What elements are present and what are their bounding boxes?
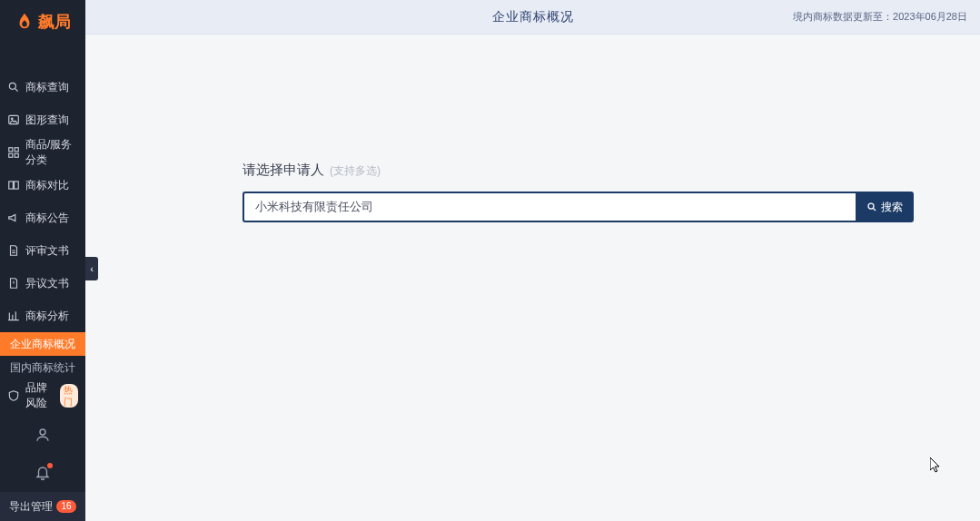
applicant-input[interactable] [243, 192, 856, 222]
sidebar-item-brand-risk[interactable]: 品牌风险 热门 [0, 379, 85, 412]
nav-label: 商标查询 [25, 80, 69, 95]
compare-icon [7, 179, 20, 192]
nav-label: 商标分析 [25, 309, 69, 324]
hot-badge: 热门 [60, 384, 78, 408]
sidebar-item-objection-doc[interactable]: 异议文书 [0, 267, 85, 300]
brand-name: 飙局 [38, 11, 71, 33]
sidebar-item-image-search[interactable]: 图形查询 [0, 103, 85, 136]
search-button-label: 搜索 [881, 200, 903, 215]
page-title: 企业商标概况 [492, 9, 574, 25]
notification-button[interactable] [0, 454, 85, 492]
shield-icon [7, 389, 20, 402]
update-info: 境内商标数据更新至：2023年06月28日 [793, 10, 967, 24]
export-manage-button[interactable]: 导出管理 16 [0, 492, 85, 521]
nav-sub-label: 企业商标概况 [10, 337, 75, 352]
user-button[interactable] [0, 416, 85, 454]
svg-point-2 [11, 118, 13, 120]
nav-label: 商标公告 [25, 211, 69, 226]
svg-point-10 [868, 203, 874, 209]
sidebar-item-review-doc[interactable]: 评审文书 [0, 234, 85, 267]
svg-rect-5 [9, 153, 13, 157]
doc-icon [7, 244, 20, 257]
prompt-hint: (支持多选) [330, 163, 381, 179]
nav: 商标查询 图形查询 商品/服务分类 商标对比 商标公告 评审文书 异议文书 商 [0, 44, 85, 416]
sidebar-item-goods-category[interactable]: 商品/服务分类 [0, 136, 85, 169]
sidebar-collapse-handle[interactable]: ‹ [85, 257, 98, 280]
svg-rect-6 [15, 153, 18, 157]
content: 请选择申请人 (支持多选) 搜索 [85, 34, 980, 521]
user-icon [35, 427, 51, 443]
svg-point-0 [9, 83, 15, 89]
sidebar: 飙局 商标查询 图形查询 商品/服务分类 商标对比 商标公告 评审文书 [0, 0, 85, 521]
export-count: 16 [56, 500, 75, 513]
brand-logo[interactable]: 飙局 [0, 0, 85, 44]
nav-sub-label: 国内商标统计 [10, 360, 75, 376]
nav-label: 评审文书 [25, 243, 69, 259]
sidebar-sub-enterprise-overview[interactable]: 企业商标概况 [0, 332, 85, 356]
bullhorn-icon [7, 211, 20, 224]
prompt-row: 请选择申请人 (支持多选) [243, 162, 914, 179]
prompt-main: 请选择申请人 [243, 162, 324, 179]
sidebar-sub-domestic-stats[interactable]: 国内商标统计 [0, 356, 85, 379]
export-label: 导出管理 [9, 499, 53, 515]
sidebar-item-compare[interactable]: 商标对比 [0, 169, 85, 202]
nav-label: 品牌风险 [25, 380, 53, 411]
search-row: 搜索 [243, 192, 914, 222]
chevron-left-icon: ‹ [90, 263, 94, 274]
nav-label: 图形查询 [25, 113, 69, 128]
notification-dot [47, 463, 53, 468]
nav-label: 商标对比 [25, 178, 69, 193]
sidebar-item-trademark-search[interactable]: 商标查询 [0, 71, 85, 103]
svg-rect-4 [15, 148, 18, 152]
search-icon [7, 81, 20, 93]
svg-rect-8 [15, 182, 19, 189]
update-date: 2023年06月28日 [893, 11, 967, 22]
svg-rect-7 [9, 182, 14, 189]
topbar: 企业商标概况 境内商标数据更新至：2023年06月28日 [85, 0, 980, 34]
sidebar-bottom: 导出管理 16 [0, 416, 85, 521]
nav-label: 异议文书 [25, 276, 69, 291]
svg-point-9 [40, 429, 45, 435]
grid-icon [7, 146, 20, 159]
search-area: 请选择申请人 (支持多选) 搜索 [243, 162, 914, 222]
nav-label: 商品/服务分类 [25, 137, 78, 168]
search-button[interactable]: 搜索 [856, 192, 914, 222]
sidebar-item-announcement[interactable]: 商标公告 [0, 202, 85, 234]
main: 企业商标概况 境内商标数据更新至：2023年06月28日 请选择申请人 (支持多… [85, 0, 980, 521]
update-label: 境内商标数据更新至： [793, 11, 893, 22]
image-icon [7, 113, 20, 126]
svg-rect-3 [9, 148, 13, 152]
chart-icon [7, 310, 20, 322]
alert-doc-icon [7, 277, 20, 290]
flame-icon [15, 12, 35, 32]
search-icon [866, 202, 877, 212]
sidebar-item-analysis[interactable]: 商标分析 [0, 300, 85, 332]
